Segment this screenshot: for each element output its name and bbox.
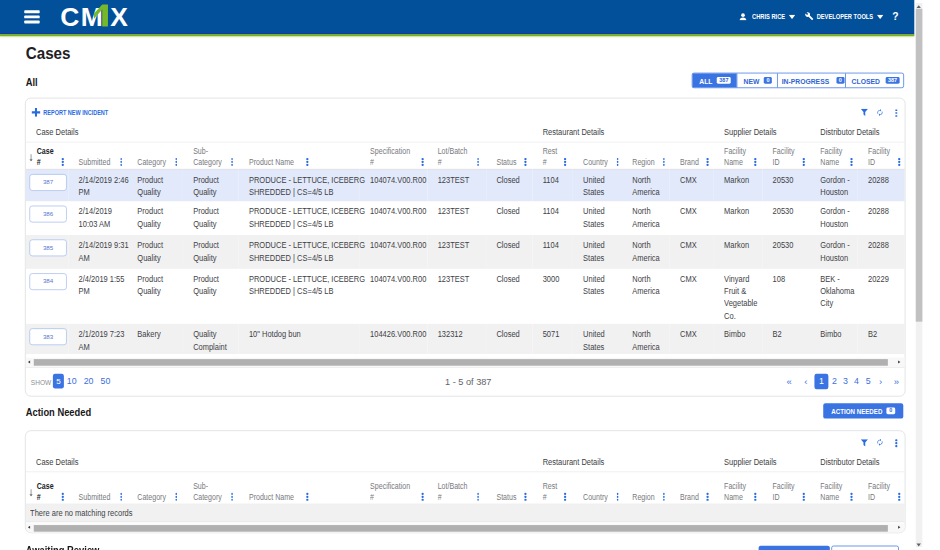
svg-text:X: X (110, 4, 128, 32)
svg-text:C: C (60, 4, 79, 32)
